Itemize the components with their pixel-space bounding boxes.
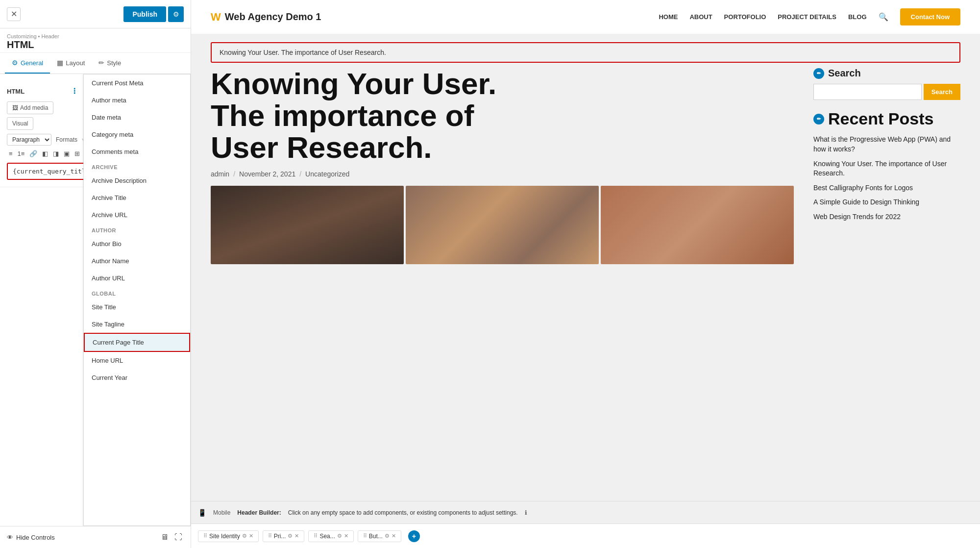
article-image-3 [601, 186, 794, 264]
nav-blog[interactable]: BLOG [848, 13, 867, 21]
align-right-icon[interactable]: ▣ [62, 149, 72, 159]
meta-date: November 2, 2021 [239, 170, 295, 178]
html-section: HTML ⁝ 🖼 Add media Visual Paragraph [0, 79, 83, 187]
dropdown-item-date-meta[interactable]: Date meta [84, 109, 190, 126]
component-pri[interactable]: ⠿ Pri... ⚙ ✕ [263, 530, 305, 542]
component-settings-icon-0[interactable]: ⚙ [242, 533, 247, 539]
dropdown-item-author-name[interactable]: Author Name [84, 252, 190, 270]
tab-bar: ⚙ General ▦ Layout ✏ Style [0, 53, 191, 74]
component-close-icon-1[interactable]: ✕ [294, 533, 299, 539]
component-close-icon-0[interactable]: ✕ [249, 533, 253, 539]
contact-now-button[interactable]: Contact Now [900, 8, 960, 25]
dropdown-item-current-page-title[interactable]: Current Page Title [84, 333, 190, 352]
dropdown-section-author: AUTHOR [84, 224, 190, 235]
eye-icon: 👁 [7, 534, 13, 541]
link-icon[interactable]: 🔗 [27, 149, 39, 159]
dropdown-item-author-bio[interactable]: Author Bio [84, 235, 190, 252]
html-toolbar: 🖼 Add media Visual [7, 101, 76, 130]
dropdown-section-archive: ARCHIVE [84, 160, 190, 172]
dropdown-item-author-meta[interactable]: Author meta [84, 92, 190, 109]
dropdown-item-home-url[interactable]: Home URL [84, 352, 190, 369]
component-site-identity[interactable]: ⠿ Site Identity ⚙ ✕ [198, 530, 259, 542]
add-media-icon: 🖼 [12, 104, 18, 111]
recent-post-4[interactable]: Web Design Trends for 2022 [813, 212, 960, 222]
paragraph-select[interactable]: Paragraph [7, 134, 51, 146]
left-panel-split: HTML ⁝ 🖼 Add media Visual Paragraph [0, 74, 191, 526]
meta-category: Uncategorized [305, 170, 349, 178]
formats-button[interactable]: Formats [53, 135, 80, 145]
article-big-title: Knowing Your User. The importance of Use… [211, 68, 794, 163]
dots-icon[interactable]: ⁝ [73, 86, 76, 97]
meta-sep1: / [233, 170, 235, 178]
dropdown-item-current-year[interactable]: Current Year [84, 369, 190, 386]
recent-post-2[interactable]: Best Calligraphy Fonts for Logos [813, 183, 960, 193]
nav-about[interactable]: ABOUT [689, 13, 712, 21]
component-sea[interactable]: ⠿ Sea... ⚙ ✕ [308, 530, 353, 542]
list-ordered-icon[interactable]: 1≡ [16, 149, 27, 159]
settings-button[interactable]: ⚙ [168, 6, 184, 22]
recent-post-0[interactable]: What is the Progressive Web App (PWA) an… [813, 135, 960, 154]
dropdown-item-comments-meta[interactable]: Comments meta [84, 143, 190, 160]
dropdown-item-current-post-meta[interactable]: Current Post Meta [84, 75, 190, 92]
breadcrumb-title: HTML [7, 39, 184, 50]
dropdown-item-site-title[interactable]: Site Title [84, 299, 190, 316]
mobile-icon[interactable]: 📱 [198, 509, 206, 517]
list-unordered-icon[interactable]: ≡ [7, 149, 15, 159]
dropdown-item-archive-description[interactable]: Archive Description [84, 172, 190, 189]
tab-layout-label: Layout [66, 59, 85, 67]
search-title-text: Search [828, 68, 861, 79]
search-pencil-icon: ✏ [813, 68, 824, 79]
add-media-button[interactable]: 🖼 Add media [7, 101, 53, 114]
info-icon: ℹ [525, 509, 527, 516]
search-icon-nav[interactable]: 🔍 [879, 12, 888, 22]
tab-layout[interactable]: ▦ Layout [50, 53, 92, 74]
search-submit-button[interactable]: Search [924, 84, 960, 100]
recent-posts-pencil-icon: ✏ [813, 114, 824, 125]
align-center-icon[interactable]: ◨ [51, 149, 61, 159]
grip-icon-1: ⠿ [268, 533, 272, 539]
title-bar-preview: Knowing Your User. The importance of Use… [211, 42, 960, 63]
article-title-line3: User Research. [211, 130, 432, 164]
nav-home[interactable]: HOME [659, 13, 678, 21]
icon-row: ≡ 1≡ 🔗 ◧ ◨ ▣ ⊞ [7, 149, 76, 159]
publish-button[interactable]: Publish [123, 6, 166, 22]
component-close-icon-2[interactable]: ✕ [344, 533, 348, 539]
component-settings-icon-3[interactable]: ⚙ [385, 533, 390, 539]
component-settings-icon-2[interactable]: ⚙ [337, 533, 342, 539]
nav-portfolio[interactable]: PORTOFOLIO [724, 13, 766, 21]
search-input[interactable] [813, 84, 922, 100]
recent-post-3[interactable]: A Simple Guide to Design Thinking [813, 198, 960, 207]
sidebar-search-section: ✏ Search Search [813, 68, 960, 100]
component-but[interactable]: ⠿ But... ⚙ ✕ [358, 530, 401, 542]
tab-style-label: Style [107, 59, 121, 67]
sidebar-search-title: ✏ Search [813, 68, 960, 79]
dropdown-item-author-url[interactable]: Author URL [84, 270, 190, 287]
recent-post-1[interactable]: Knowing Your User. The importance of Use… [813, 159, 960, 178]
dropdown-item-category-meta[interactable]: Category meta [84, 126, 190, 143]
tab-general[interactable]: ⚙ General [5, 53, 50, 74]
article-sidebar: ✏ Search Search ✏ Recent Posts What is t… [813, 63, 960, 501]
close-button[interactable]: ✕ [7, 7, 21, 21]
dropdown-item-site-tagline[interactable]: Site Tagline [84, 316, 190, 333]
site-header: W Web Agency Demo 1 HOME ABOUT PORTOFOLI… [191, 0, 980, 34]
desktop-view-button[interactable]: 🖥 [159, 531, 170, 543]
dropdown-item-archive-url[interactable]: Archive URL [84, 206, 190, 224]
grip-icon-3: ⠿ [363, 533, 367, 539]
expand-view-button[interactable]: ⛶ [173, 531, 184, 543]
site-nav: HOME ABOUT PORTOFOLIO PROJECT DETAILS BL… [659, 8, 960, 25]
tab-style[interactable]: ✏ Style [92, 53, 128, 74]
component-settings-icon-1[interactable]: ⚙ [288, 533, 293, 539]
article-image-1 [211, 186, 404, 264]
dropdown-item-archive-title[interactable]: Archive Title [84, 189, 190, 206]
table-icon[interactable]: ⊞ [73, 149, 82, 159]
hide-controls-button[interactable]: 👁 Hide Controls [7, 534, 55, 541]
visual-button[interactable]: Visual [7, 117, 33, 130]
component-site-identity-label: Site Identity [209, 533, 240, 540]
component-close-icon-3[interactable]: ✕ [392, 533, 396, 539]
recent-posts-title-text: Recent Posts [828, 110, 933, 128]
article-image-row [211, 186, 794, 264]
add-component-button[interactable]: + [408, 530, 420, 542]
nav-project-details[interactable]: PROJECT DETAILS [778, 13, 836, 21]
align-left-icon[interactable]: ◧ [40, 149, 50, 159]
builder-components-bar: ⠿ Site Identity ⚙ ✕ ⠿ Pri... ⚙ ✕ ⠿ Sea..… [191, 523, 980, 548]
